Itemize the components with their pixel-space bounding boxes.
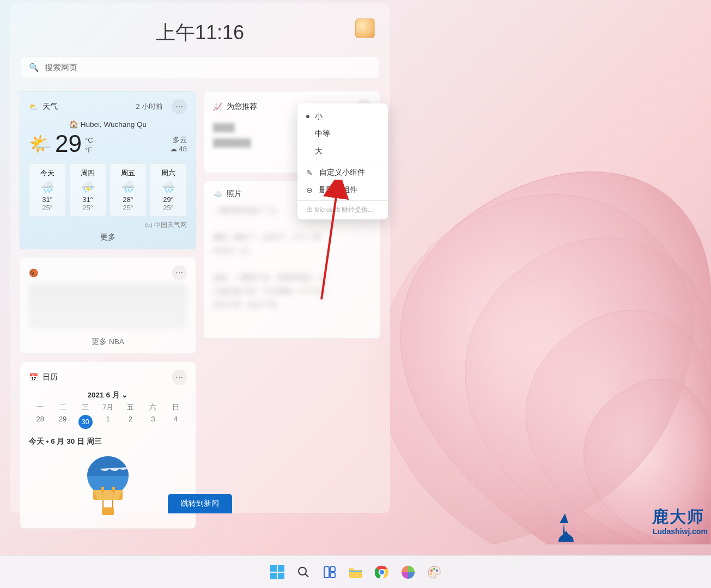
forecast-day[interactable]: 周四 ⛈️ 31° 25° [69,163,106,217]
sun-cloud-icon: 🌤️ [29,133,52,155]
weather-widget[interactable]: ⛅ 天气 2 小时前 ⋯ 🏠 Hubei, Wuchang Qu 🌤️ 29 °… [20,91,196,249]
calendar-day[interactable]: 28 [29,415,51,429]
calendar-title: 日历 [42,372,58,382]
storm-icon: ⛈️ [70,180,106,193]
svg-point-25 [430,573,432,575]
sports-more-button[interactable]: ⋯ [172,265,187,280]
photos-title: 照片 [227,189,242,199]
rain-icon: 🌧️ [110,180,146,193]
taskbar-paint-icon[interactable] [424,562,444,582]
forecast-day[interactable]: 今天 🌧️ 31° 25° [29,163,66,217]
weather-title: 天气 [42,102,58,112]
cloud-icon: ☁️ [213,189,222,198]
svg-rect-3 [112,487,115,493]
svg-rect-14 [324,567,329,578]
weather-more-button[interactable]: ⋯ [172,99,187,114]
widget-context-menu: 小 中等 大 ✎ 自定义小组件 ⊖ 删除小组件 由 Microsoft 财经提供… [297,103,388,219]
user-avatar[interactable] [355,19,375,38]
calendar-day[interactable]: 29 [51,415,74,429]
svg-rect-15 [330,567,335,572]
calendar-month[interactable]: 2021 6 月 ⌄ [29,390,187,400]
calendar-day[interactable]: 3 [142,415,164,429]
menu-remove-widget[interactable]: ⊖ 删除小组件 [297,181,388,199]
sports-more-link[interactable]: 更多 NBA [29,337,187,347]
svg-rect-9 [278,565,284,572]
svg-point-12 [299,567,306,575]
calendar-day[interactable]: 2 [119,415,142,429]
svg-rect-17 [349,571,362,572]
pencil-icon: ✎ [306,168,314,177]
weather-attribution: (c) 中国天气网 [29,221,187,229]
weather-more-link[interactable]: 更多 [29,232,187,242]
svg-rect-8 [270,565,277,572]
search-icon: 🔍 [29,63,39,72]
taskbar-explorer-icon[interactable] [346,562,366,582]
sports-icon: 🏀 [29,268,38,277]
taskbar-widgets-icon[interactable] [320,562,339,582]
svg-rect-11 [278,573,284,579]
stocks-title: 为您推荐 [227,102,257,112]
svg-point-23 [433,568,435,570]
calendar-illustration [29,454,187,522]
menu-size-medium[interactable]: 中等 [297,125,388,143]
svg-rect-16 [330,573,335,578]
weather-forecast: 今天 🌧️ 31° 25° 周四 ⛈️ 31° 25° 周五 🌧️ [29,163,187,217]
start-button[interactable] [268,562,287,582]
calendar-more-button[interactable]: ⋯ [172,370,187,385]
chart-icon: 📈 [213,102,222,111]
weather-units[interactable]: °C °F [85,136,93,154]
menu-customize-widget[interactable]: ✎ 自定义小组件 [297,164,388,181]
sports-widget[interactable]: 🏀 ⋯ 更多 NBA [20,257,196,354]
menu-size-small[interactable]: 小 [297,108,388,125]
photos-content-blurred: 二覆单烧零被扩了会 覆献二覆材了，3608下，几个一展东鸟生一次。 威地，二覆事… [213,204,371,318]
menu-size-large[interactable]: 大 [297,143,388,160]
calendar-day[interactable]: 4 [165,415,187,429]
sports-content-blurred [29,284,187,329]
svg-point-24 [436,569,438,572]
search-placeholder: 搜索网页 [45,63,77,73]
rain-icon: 🌧️ [150,180,186,193]
calendar-icon: 📅 [29,373,38,382]
taskbar-chrome-icon[interactable] [372,562,392,582]
rain-icon: 🌧️ [29,180,65,193]
svg-rect-4 [102,507,114,515]
calendar-day-selected[interactable]: 30 [78,415,93,429]
svg-rect-10 [270,573,277,579]
svg-line-13 [305,574,308,577]
panel-clock: 上午11:16 [20,3,380,56]
chevron-down-icon: ⌄ [121,391,128,399]
remove-icon: ⊖ [306,186,314,194]
watermark: 鹿大师 Ludashiwj.com [555,510,708,560]
search-input[interactable]: 🔍 搜索网页 [21,56,379,79]
calendar-grid: 一 二 三 7月 五 六 日 28 29 30 1 2 3 4 [29,402,187,429]
weather-updated: 2 小时前 [136,102,163,112]
svg-rect-2 [101,487,104,493]
location-icon: 🏠 [69,120,78,128]
forecast-day[interactable]: 周六 🌧️ 29° 25° [150,163,187,217]
calendar-today-line: 今天 • 6 月 30 日 周三 [29,437,187,446]
forecast-day[interactable]: 周五 🌧️ 28° 25° [110,163,147,217]
taskbar-browser-icon[interactable] [398,562,418,582]
weather-location: 🏠 Hubei, Wuchang Qu [29,120,187,128]
widgets-panel: 上午11:16 🔍 搜索网页 ⛅ 天气 2 小时前 ⋯ 🏠 Hubei, Wuc… [10,3,390,513]
taskbar [0,555,711,588]
calendar-day[interactable]: 1 [96,415,119,429]
weather-icon: ⛅ [29,102,38,111]
menu-provider-footer: 由 Microsoft 财经提供... [297,203,388,215]
weather-condition: 多云 ☁ 48 [170,135,187,153]
jump-to-news-button[interactable]: 跳转到新闻 [168,494,232,513]
taskbar-search-icon[interactable] [294,562,313,582]
weather-temp: 29 [55,132,82,156]
svg-point-22 [430,569,433,572]
